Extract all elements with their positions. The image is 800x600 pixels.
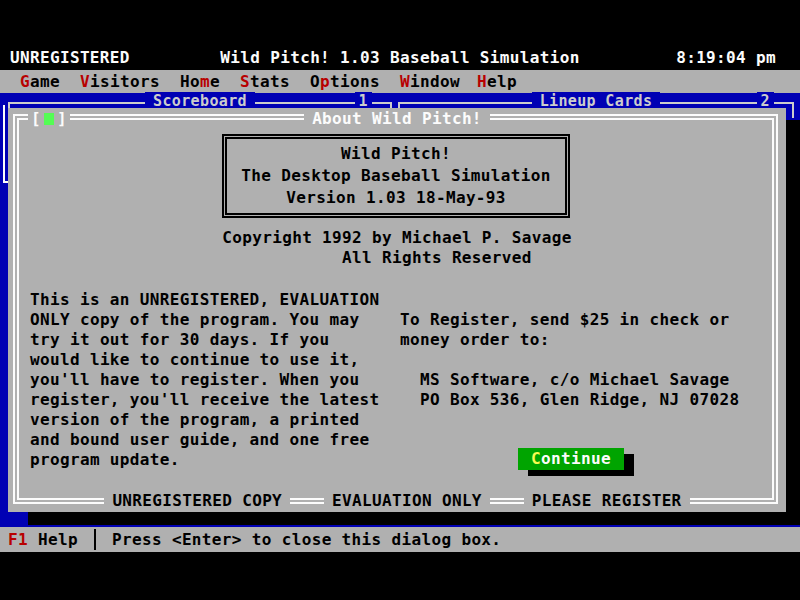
help-hotkey-label[interactable]: Help	[38, 527, 78, 552]
dialog-title: About Wild Pitch!	[8, 108, 786, 130]
menu-stats[interactable]: Stats	[240, 70, 290, 93]
window-frame-edge	[3, 105, 5, 183]
menu-home[interactable]: Home	[180, 70, 220, 93]
menu-help[interactable]: Help	[477, 70, 517, 93]
menu-bar: Game Visitors Home Stats Options Window …	[0, 70, 800, 93]
continue-button[interactable]: Continue	[518, 448, 624, 470]
menu-window[interactable]: Window	[400, 70, 460, 93]
program-info-box: Wild Pitch! The Desktop Baseball Simulat…	[222, 134, 570, 218]
program-version: Version 1.03 18-May-93	[227, 187, 565, 209]
copyright-text: Copyright 1992 by Michael P. Savage All …	[8, 228, 786, 268]
program-tagline: The Desktop Baseball Simulation	[227, 165, 565, 187]
status-message: Press <Enter> to close this dialog box.	[112, 527, 501, 552]
dialog-footer: UNREGISTERED COPY EVALUATION ONLY PLEASE…	[8, 490, 786, 512]
registration-info-text: To Register, send $25 in check or money …	[400, 310, 739, 410]
menu-game[interactable]: Game	[20, 70, 60, 93]
clock: 8:19:04 pm	[676, 46, 776, 70]
about-dialog: About Wild Pitch! [] Wild Pitch! The Des…	[8, 108, 786, 512]
footer-register: PLEASE REGISTER	[524, 490, 690, 512]
program-name: Wild Pitch!	[227, 143, 565, 165]
evaluation-notice-text: This is an UNREGISTERED, EVALUATION ONLY…	[30, 290, 379, 470]
footer-unregistered: UNREGISTERED COPY	[104, 490, 290, 512]
help-hotkey[interactable]: F1	[8, 527, 28, 552]
app-title-bar: UNREGISTERED Wild Pitch! 1.03 Baseball S…	[0, 46, 800, 70]
dos-screen: UNREGISTERED Wild Pitch! 1.03 Baseball S…	[0, 0, 800, 600]
footer-evaluation: EVALUATION ONLY	[324, 490, 490, 512]
menu-options[interactable]: Options	[310, 70, 380, 93]
close-icon[interactable]: []	[28, 108, 70, 130]
status-bar: F1 Help Press <Enter> to close this dial…	[0, 527, 800, 552]
dialog-shadow	[786, 120, 800, 524]
status-divider	[94, 529, 96, 550]
menu-visitors[interactable]: Visitors	[80, 70, 160, 93]
dialog-shadow	[28, 512, 800, 525]
close-glyph	[44, 113, 54, 125]
